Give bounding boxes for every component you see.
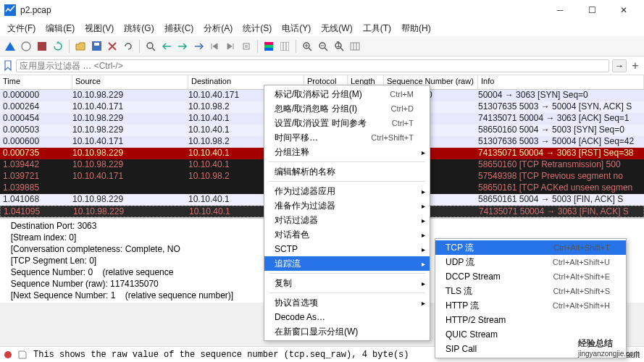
menu-文件(F)[interactable]: 文件(F) — [3, 21, 40, 36]
restart-icon[interactable] — [51, 39, 65, 54]
last-icon[interactable] — [223, 39, 238, 54]
menu-item[interactable]: HTTP 流Ctrl+Alt+Shift+H — [435, 298, 626, 313]
close-file-icon[interactable] — [105, 39, 120, 54]
menu-item[interactable]: 准备作为过滤器 — [264, 198, 430, 213]
menu-item[interactable]: 对话着色 — [264, 227, 430, 242]
svg-rect-24 — [351, 43, 359, 50]
status-text: This shows the raw value of the sequence… — [33, 350, 409, 360]
menu-item[interactable]: 分组注释 — [264, 145, 430, 159]
filter-apply-button[interactable]: → — [612, 59, 627, 72]
zoom-in-icon[interactable] — [300, 39, 314, 54]
find-icon[interactable] — [143, 39, 158, 54]
colorize-icon[interactable] — [262, 39, 276, 54]
menu-电话(Y)[interactable]: 电话(Y) — [277, 21, 315, 36]
title-bar: p2.pcap ─ ☐ ✕ — [0, 0, 644, 20]
menu-bar: 文件(F)编辑(E)视图(V)跳转(G)捕获(C)分析(A)统计(S)电话(Y)… — [0, 20, 644, 36]
svg-rect-7 — [243, 43, 249, 49]
circle-icon[interactable] — [19, 39, 33, 54]
menu-跳转(G)[interactable]: 跳转(G) — [120, 21, 158, 36]
close-button[interactable]: ✕ — [608, 0, 640, 20]
menu-无线(W)[interactable]: 无线(W) — [317, 21, 356, 36]
svg-line-6 — [152, 48, 155, 51]
minimize-button[interactable]: ─ — [544, 0, 576, 20]
back-icon[interactable] — [159, 39, 174, 54]
svg-rect-11 — [280, 42, 289, 51]
shark-fin-icon[interactable] — [3, 39, 17, 54]
filter-add-button[interactable]: + — [630, 59, 641, 72]
menu-分析(A)[interactable]: 分析(A) — [199, 21, 237, 36]
bookmark-icon[interactable] — [3, 60, 13, 72]
forward-icon[interactable] — [175, 39, 190, 54]
menu-item[interactable]: SCTP — [264, 242, 430, 256]
menu-item[interactable]: 作为过滤器应用 — [264, 184, 430, 198]
menu-工具(T)[interactable]: 工具(T) — [359, 21, 396, 36]
app-icon — [4, 4, 16, 16]
svg-line-17 — [309, 48, 311, 51]
menu-item[interactable]: 设置/取消设置 时间参考Ctrl+T — [264, 116, 430, 130]
zoom-out-icon[interactable] — [316, 39, 330, 54]
display-filter-input[interactable] — [20, 61, 606, 71]
svg-rect-9 — [264, 45, 273, 48]
menu-item[interactable]: 时间平移…Ctrl+Shift+T — [264, 130, 430, 145]
col-info[interactable]: Info — [478, 75, 644, 89]
columns-icon[interactable] — [277, 39, 292, 54]
context-menu[interactable]: 标记/取消标记 分组(M)Ctrl+M忽略/取消忽略 分组(I)Ctrl+D设置… — [264, 85, 430, 341]
stop-icon[interactable] — [35, 39, 49, 54]
svg-line-23 — [340, 48, 343, 51]
menu-编辑(E)[interactable]: 编辑(E) — [41, 21, 79, 36]
menu-item[interactable]: TLS 流Ctrl+Alt+Shift+S — [435, 284, 626, 298]
menu-item[interactable]: Decode As… — [264, 310, 430, 324]
col-source[interactable]: Source — [72, 75, 188, 89]
save-icon[interactable] — [89, 39, 104, 54]
menu-item[interactable]: 协议首选项 — [264, 295, 430, 310]
menu-item[interactable]: DCCP StreamCtrl+Alt+Shift+E — [435, 269, 626, 284]
col-time[interactable]: Time — [0, 75, 72, 89]
toolbar: 1 — [0, 36, 644, 56]
open-icon[interactable] — [73, 39, 88, 54]
menu-视图(V)[interactable]: 视图(V) — [80, 21, 118, 36]
filter-bar: → + — [0, 56, 644, 75]
menu-item[interactable]: 对话过滤器 — [264, 213, 430, 227]
resize-cols-icon[interactable] — [348, 39, 362, 54]
zoom-reset-icon[interactable]: 1 — [332, 39, 346, 54]
menu-item[interactable]: HTTP/2 Stream — [435, 313, 626, 327]
first-icon[interactable] — [207, 39, 222, 54]
window-title: p2.pcap — [20, 5, 544, 15]
menu-item[interactable]: 标记/取消标记 分组(M)Ctrl+M — [264, 87, 430, 101]
menu-统计(S)[interactable]: 统计(S) — [238, 21, 276, 36]
menu-item[interactable]: 追踪流 — [264, 256, 430, 271]
menu-item[interactable]: 忽略/取消忽略 分组(I)Ctrl+D — [264, 101, 430, 116]
auto-scroll-icon[interactable] — [239, 39, 254, 54]
svg-line-20 — [325, 48, 327, 51]
menu-item[interactable]: 在新窗口显示分组(W) — [264, 324, 430, 339]
reload-icon[interactable] — [121, 39, 135, 54]
svg-rect-3 — [92, 41, 101, 51]
expert-info-icon[interactable] — [4, 351, 12, 358]
maximize-button[interactable]: ☐ — [576, 0, 608, 20]
menu-item[interactable]: 复制 — [264, 276, 430, 290]
capture-note-icon[interactable] — [17, 350, 28, 360]
svg-rect-8 — [264, 42, 273, 45]
svg-rect-10 — [264, 48, 273, 51]
menu-item[interactable]: UDP 流Ctrl+Alt+Shift+U — [435, 255, 626, 269]
menu-item[interactable]: TCP 流Ctrl+Alt+Shift+T — [435, 240, 626, 255]
menu-帮助(H)[interactable]: 帮助(H) — [397, 21, 435, 36]
svg-point-5 — [147, 43, 153, 49]
goto-icon[interactable] — [191, 39, 206, 54]
svg-point-1 — [22, 42, 30, 51]
svg-text:1: 1 — [336, 41, 341, 49]
svg-rect-2 — [38, 42, 46, 51]
watermark: 经验总结 jingyanzongjie.com — [578, 337, 640, 358]
menu-捕获(C)[interactable]: 捕获(C) — [160, 21, 198, 36]
menu-item[interactable]: 编辑解析的名称 — [264, 164, 430, 179]
svg-rect-4 — [94, 43, 99, 46]
